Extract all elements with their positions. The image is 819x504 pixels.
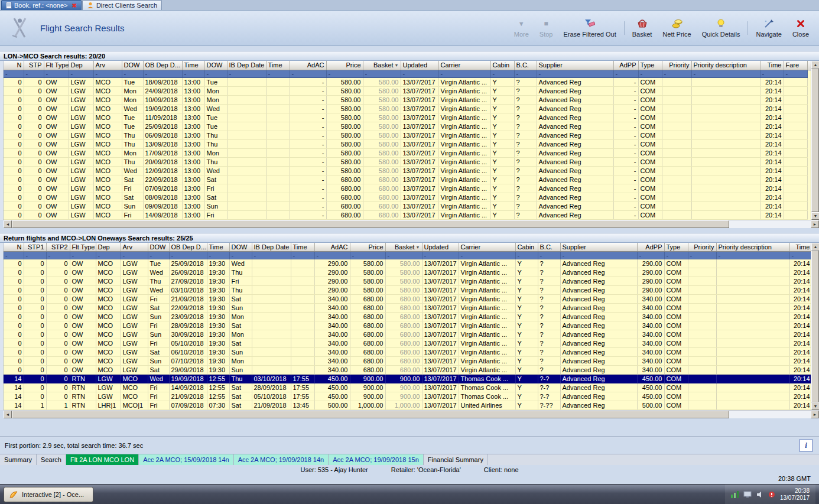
result-row[interactable]: 00OWLGWMCOWed19/09/201813:00Wed-580.0058… bbox=[4, 104, 807, 113]
column-header-dow[interactable]: DOW bbox=[204, 61, 227, 70]
result-row[interactable]: 00OWLGWMCOSun09/09/201813:00Sun-680.0068… bbox=[4, 201, 807, 210]
result-row[interactable]: 00OWLGWMCOSat08/09/201813:00Sat-680.0068… bbox=[4, 193, 807, 201]
bottom-tab-summary[interactable]: Summary bbox=[0, 454, 37, 465]
close-button[interactable]: Close bbox=[787, 17, 814, 40]
column-header-arv[interactable]: Arv bbox=[93, 61, 122, 70]
column-header-dow[interactable]: DOW bbox=[148, 243, 169, 252]
column-header-supplier[interactable]: Supplier bbox=[560, 243, 637, 252]
column-header-arv[interactable]: Arv bbox=[121, 243, 148, 252]
column-header-fare[interactable]: Fare bbox=[784, 61, 807, 70]
column-header-basket[interactable]: Basket▼ bbox=[385, 243, 422, 252]
result-row[interactable]: 00OWLGWMCOMon24/09/201813:00Mon-580.0058… bbox=[4, 86, 807, 95]
scroll-up-button[interactable]: ▲ bbox=[811, 243, 819, 251]
column-header-adpp[interactable]: AdPP bbox=[637, 243, 664, 252]
result-row[interactable]: 00OWLGWMCOMon17/09/201813:00Mon-580.0058… bbox=[4, 148, 807, 157]
column-header-price[interactable]: Price bbox=[326, 61, 363, 70]
erase-filtered-out-button[interactable]: Erase Filtered Out bbox=[558, 17, 621, 40]
tray-display-icon[interactable] bbox=[743, 491, 752, 498]
result-row[interactable]: 000OWMCOLGWSun07/10/201819:30Mon340.0068… bbox=[4, 357, 811, 366]
column-header-flt-type[interactable]: Flt Type bbox=[70, 243, 96, 252]
column-header-dep[interactable]: Dep bbox=[96, 243, 121, 252]
result-row[interactable]: 000OWMCOLGWWed03/10/201819:30Thu290.0058… bbox=[4, 286, 811, 295]
result-row[interactable]: 00OWLGWMCOWed12/09/201813:00Wed-580.0058… bbox=[4, 166, 807, 175]
scroll-thumb[interactable] bbox=[811, 251, 819, 403]
column-header-ib-dep-date[interactable]: IB Dep Date bbox=[227, 61, 266, 70]
filter-row[interactable]: ------------------------- bbox=[4, 252, 811, 259]
window-tab[interactable]: Direct Clients Search bbox=[82, 0, 162, 10]
tray-alert-icon[interactable] bbox=[768, 491, 775, 498]
result-row[interactable]: 00OWLGWMCOThu20/09/201813:00Thu-580.0058… bbox=[4, 157, 807, 166]
column-header-stp[interactable]: STP bbox=[24, 61, 44, 70]
basket-button[interactable]: Basket bbox=[627, 17, 658, 40]
scroll-thumb[interactable] bbox=[12, 411, 729, 418]
column-header-time[interactable]: Time bbox=[760, 61, 784, 70]
scroll-thumb[interactable] bbox=[12, 220, 729, 228]
scroll-left-button[interactable]: ◄ bbox=[4, 220, 12, 228]
scroll-right-button[interactable]: ► bbox=[811, 220, 819, 228]
quick-details-button[interactable]: Quick Details bbox=[697, 17, 746, 40]
filter-row[interactable]: ------------------------- bbox=[4, 70, 807, 77]
result-row[interactable]: 00OWLGWMCOMon10/09/201813:00Mon-580.0058… bbox=[4, 95, 807, 104]
column-header-ob-dep-d[interactable]: OB Dep D... bbox=[143, 61, 182, 70]
column-header-time[interactable]: Time bbox=[182, 61, 204, 70]
column-header-updated[interactable]: Updated bbox=[401, 61, 438, 70]
scroll-up-button[interactable]: ▲ bbox=[811, 61, 819, 69]
bottom-tab-acc-2a-mco-19-09-2018-15n[interactable]: Acc 2A MCO; 19/09/2018 15n bbox=[329, 454, 424, 465]
nett-price-button[interactable]: Nett Price bbox=[657, 17, 696, 40]
column-header-ib-dep-date[interactable]: IB Dep Date bbox=[252, 243, 291, 252]
column-header-adpp[interactable]: AdPP bbox=[613, 61, 638, 70]
result-row[interactable]: 00OWLGWMCOSat22/09/201813:00Sat-680.0068… bbox=[4, 175, 807, 184]
column-header-dep[interactable]: Dep bbox=[69, 61, 93, 70]
tray-chart-icon[interactable] bbox=[731, 491, 739, 498]
result-row[interactable]: 000OWMCOLGWFri21/09/201819:30Sat340.0068… bbox=[4, 295, 811, 304]
result-row[interactable]: 1400RTNLGWMCOFri14/09/201812:55Sat28/09/… bbox=[4, 383, 811, 392]
column-header-time[interactable]: Time bbox=[266, 61, 290, 70]
column-header-time[interactable]: Time bbox=[291, 243, 314, 252]
result-row[interactable]: 00OWLGWMCOFri07/09/201813:00Fri-680.0068… bbox=[4, 184, 807, 193]
bottom-tab-search[interactable]: Search bbox=[37, 454, 66, 465]
column-header-flt-type[interactable]: Flt Type bbox=[44, 61, 69, 70]
scroll-left-button[interactable]: ◄ bbox=[4, 411, 12, 418]
column-header-carrier[interactable]: Carrier bbox=[459, 243, 515, 252]
result-row[interactable]: 00OWLGWMCOTue18/09/201813:00Tue-580.0058… bbox=[4, 77, 807, 86]
column-header-cabin[interactable]: Cabin bbox=[515, 243, 538, 252]
column-header-b-c[interactable]: B.C. bbox=[514, 61, 537, 70]
result-row[interactable]: 1400RTNLGWMCOWed19/09/201812:55Thu03/10/… bbox=[4, 375, 811, 383]
bottom-tab-acc-2a-mco-19-09-2018-14n[interactable]: Acc 2A MCO; 19/09/2018 14n bbox=[234, 454, 329, 465]
info-button[interactable]: i bbox=[799, 440, 813, 451]
column-header-carrier[interactable]: Carrier bbox=[438, 61, 490, 70]
navigate-button[interactable]: Navigate bbox=[750, 17, 786, 40]
column-header-price[interactable]: Price bbox=[350, 243, 385, 252]
result-row[interactable]: 000OWMCOLGWTue25/09/201819:30Wed290.0058… bbox=[4, 259, 811, 268]
result-row[interactable]: 000OWMCOLGWSat29/09/201819:30Sun340.0068… bbox=[4, 366, 811, 375]
result-row[interactable]: 1411RTNLHR|1MCO|1Fri07/09/201807:30Sat21… bbox=[4, 401, 811, 410]
result-row[interactable]: 000OWMCOLGWSat06/10/201819:30Sun340.0068… bbox=[4, 348, 811, 357]
column-header-b-c[interactable]: B.C. bbox=[538, 243, 560, 252]
bottom-tab-flt-2a-lon-mco-lon[interactable]: Flt 2A LON MCO LON bbox=[66, 454, 139, 465]
scroll-down-button[interactable]: ▼ bbox=[811, 212, 819, 220]
column-header-n[interactable]: N bbox=[4, 61, 24, 70]
app-taskbar-button[interactable]: Interactive [2] - Oce... bbox=[4, 487, 93, 502]
column-header-priority-description[interactable]: Priority description bbox=[691, 61, 760, 70]
scroll-down-button[interactable]: ▼ bbox=[811, 402, 819, 410]
result-row[interactable]: 00OWLGWMCOTue25/09/201813:00Tue-580.0058… bbox=[4, 122, 807, 131]
column-header-time[interactable]: Time bbox=[789, 243, 811, 252]
column-header-priority-description[interactable]: Priority description bbox=[716, 243, 789, 252]
result-row[interactable]: 00OWLGWMCOThu13/09/201813:00Thu-580.0058… bbox=[4, 139, 807, 148]
scroll-thumb[interactable] bbox=[811, 69, 819, 212]
column-header-cabin[interactable]: Cabin bbox=[490, 61, 514, 70]
result-row[interactable]: 000OWMCOLGWFri05/10/201819:30Sat340.0068… bbox=[4, 339, 811, 348]
column-header-time[interactable]: Time bbox=[207, 243, 229, 252]
result-row[interactable]: 000OWMCOLGWThu27/09/201819:30Fri290.0058… bbox=[4, 277, 811, 286]
result-row[interactable]: 000OWMCOLGWWed26/09/201819:30Thu290.0058… bbox=[4, 268, 811, 277]
column-header-adac[interactable]: AdAC bbox=[314, 243, 350, 252]
column-header-adac[interactable]: AdAC bbox=[290, 61, 326, 70]
tab-close-icon[interactable]: ✖ bbox=[72, 2, 77, 9]
bottom-tab-financial-summary[interactable]: Financial Summary bbox=[424, 454, 488, 465]
window-tab[interactable]: Book. ref.: <none>✖ bbox=[1, 0, 82, 10]
column-header-basket[interactable]: Basket▼ bbox=[363, 61, 401, 70]
column-header-updated[interactable]: Updated bbox=[422, 243, 459, 252]
result-row[interactable]: 000OWMCOLGWFri28/09/201819:30Sat340.0068… bbox=[4, 321, 811, 330]
column-header-stp1[interactable]: STP1 bbox=[24, 243, 46, 252]
result-row[interactable]: 00OWLGWMCOFri14/09/201813:00Fri-680.0068… bbox=[4, 210, 807, 219]
